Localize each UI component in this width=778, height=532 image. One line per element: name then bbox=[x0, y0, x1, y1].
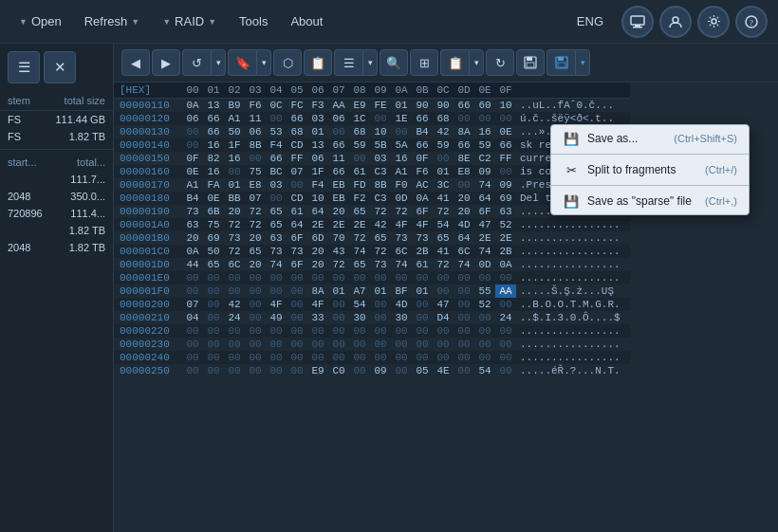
hex-byte-cell[interactable]: 6F bbox=[287, 231, 307, 245]
hex-byte-cell[interactable]: 4F bbox=[266, 298, 287, 311]
hex-byte-cell[interactable]: 00 bbox=[182, 271, 203, 284]
hex-byte-cell[interactable]: 00 bbox=[245, 324, 266, 338]
clipboard-button[interactable]: 📋 bbox=[304, 49, 332, 76]
sidebar-row-3[interactable]: 720896 111.4... bbox=[0, 205, 113, 222]
list-button[interactable]: ☰ bbox=[334, 49, 362, 76]
hex-byte-cell[interactable]: 0A bbox=[182, 245, 203, 258]
sidebar-close-icon[interactable]: ✕ bbox=[44, 51, 76, 83]
hex-byte-cell[interactable]: 00 bbox=[307, 338, 328, 351]
hex-byte-cell[interactable]: 00 bbox=[454, 298, 474, 311]
hex-byte-cell[interactable]: AA bbox=[495, 284, 516, 298]
hex-byte-cell[interactable]: 00 bbox=[370, 298, 391, 311]
hex-byte-cell[interactable]: 03 bbox=[307, 112, 328, 125]
disk-button[interactable] bbox=[516, 49, 545, 76]
hex-byte-cell[interactable]: C3 bbox=[370, 192, 391, 205]
hex-byte-cell[interactable]: A1 bbox=[224, 112, 245, 125]
hex-byte-cell[interactable]: 30 bbox=[349, 311, 370, 324]
hex-byte-cell[interactable]: 4F bbox=[391, 218, 412, 231]
hex-byte-cell[interactable]: F4 bbox=[307, 178, 328, 192]
hex-byte-cell[interactable]: 00 bbox=[433, 271, 454, 284]
hex-byte-cell[interactable]: 01 bbox=[224, 178, 245, 192]
sidebar-list-icon[interactable]: ☰ bbox=[8, 51, 40, 83]
hex-byte-cell[interactable]: 00 bbox=[266, 364, 287, 377]
hex-byte-cell[interactable]: 00 bbox=[203, 364, 224, 377]
table-row[interactable]: 000001100A13B9F60CFCF3AAE9FE019090666010… bbox=[114, 99, 630, 113]
hex-byte-cell[interactable]: BF bbox=[391, 284, 412, 298]
hex-byte-cell[interactable]: 00 bbox=[182, 284, 203, 298]
hex-byte-cell[interactable]: 6C bbox=[391, 245, 412, 258]
hex-byte-cell[interactable]: 07 bbox=[182, 298, 203, 311]
grid-button[interactable]: ⊞ bbox=[410, 49, 438, 76]
hex-byte-cell[interactable]: 72 bbox=[370, 245, 391, 258]
hex-byte-cell[interactable]: 00 bbox=[391, 324, 412, 338]
hex-byte-cell[interactable]: 05 bbox=[412, 364, 433, 377]
hex-byte-cell[interactable]: 1F bbox=[224, 138, 245, 152]
hex-byte-cell[interactable]: 74 bbox=[266, 258, 287, 271]
hex-byte-cell[interactable]: 90 bbox=[433, 99, 454, 113]
hex-byte-cell[interactable]: 00 bbox=[391, 125, 412, 138]
hex-byte-cell[interactable]: 00 bbox=[245, 311, 266, 324]
menu-refresh[interactable]: Refresh ▼ bbox=[73, 9, 151, 34]
hex-byte-cell[interactable]: CD bbox=[287, 192, 307, 205]
hex-byte-cell[interactable]: 42 bbox=[433, 125, 454, 138]
hex-byte-cell[interactable]: 00 bbox=[474, 112, 495, 125]
hex-byte-cell[interactable]: 01 bbox=[391, 99, 412, 113]
search-button[interactable]: 🔍 bbox=[380, 49, 408, 76]
hex-byte-cell[interactable]: 2E bbox=[328, 218, 349, 231]
hex-byte-cell[interactable]: 68 bbox=[433, 112, 454, 125]
hex-byte-cell[interactable]: 65 bbox=[203, 258, 224, 271]
hex-byte-cell[interactable]: 0E bbox=[495, 125, 516, 138]
hex-byte-cell[interactable]: 00 bbox=[454, 112, 474, 125]
hex-byte-cell[interactable]: 00 bbox=[266, 338, 287, 351]
hex-byte-cell[interactable]: 00 bbox=[454, 178, 474, 192]
hex-byte-cell[interactable]: E9 bbox=[349, 99, 370, 113]
hex-byte-cell[interactable]: 00 bbox=[495, 351, 516, 364]
hex-byte-cell[interactable]: 2E bbox=[495, 231, 516, 245]
hex-byte-cell[interactable]: 60 bbox=[474, 99, 495, 113]
hex-byte-cell[interactable]: 54 bbox=[433, 218, 454, 231]
hex-byte-cell[interactable]: 66 bbox=[266, 152, 287, 165]
hex-byte-cell[interactable]: 01 bbox=[307, 125, 328, 138]
hex-byte-cell[interactable]: 00 bbox=[266, 271, 287, 284]
hex-byte-cell[interactable]: 69 bbox=[203, 231, 224, 245]
hex-byte-cell[interactable]: 63 bbox=[266, 231, 287, 245]
sync-button[interactable]: ↻ bbox=[486, 49, 514, 76]
context-save-sparse[interactable]: 💾 Save as "sparse" file (Ctrl+,) bbox=[551, 188, 749, 214]
hex-byte-cell[interactable]: 00 bbox=[495, 324, 516, 338]
hex-byte-cell[interactable]: 20 bbox=[224, 205, 245, 218]
hex-byte-cell[interactable]: 6B bbox=[203, 205, 224, 218]
hex-byte-cell[interactable]: 1E bbox=[391, 112, 412, 125]
hex-byte-cell[interactable]: 00 bbox=[245, 364, 266, 377]
hex-byte-cell[interactable]: 42 bbox=[224, 298, 245, 311]
hex-byte-cell[interactable]: 0E bbox=[182, 165, 203, 178]
hex-byte-cell[interactable]: 0F bbox=[182, 152, 203, 165]
hex-byte-cell[interactable]: CD bbox=[287, 138, 307, 152]
refresh-arrow[interactable]: ▾ bbox=[211, 49, 226, 76]
hex-byte-cell[interactable]: 20 bbox=[182, 231, 203, 245]
hex-byte-cell[interactable]: 00 bbox=[224, 338, 245, 351]
hex-byte-cell[interactable]: 00 bbox=[287, 364, 307, 377]
hex-byte-cell[interactable]: 00 bbox=[391, 338, 412, 351]
table-row[interactable]: 0000024000000000000000000000000000000000… bbox=[114, 351, 630, 364]
hex-byte-cell[interactable]: 2E bbox=[307, 218, 328, 231]
hex-byte-cell[interactable]: 00 bbox=[203, 351, 224, 364]
hex-byte-cell[interactable]: 00 bbox=[495, 271, 516, 284]
sidebar-row-fs1[interactable]: FS 111.44 GB bbox=[0, 111, 113, 128]
hex-byte-cell[interactable]: 00 bbox=[391, 364, 412, 377]
hex-byte-cell[interactable]: 00 bbox=[182, 351, 203, 364]
hex-byte-cell[interactable]: C3 bbox=[370, 165, 391, 178]
hex-byte-cell[interactable]: 47 bbox=[433, 298, 454, 311]
hex-byte-cell[interactable]: 00 bbox=[433, 152, 454, 165]
hex-byte-cell[interactable]: 2B bbox=[495, 245, 516, 258]
hex-byte-cell[interactable]: 11 bbox=[245, 112, 266, 125]
hex-byte-cell[interactable]: 74 bbox=[391, 258, 412, 271]
hex-byte-cell[interactable]: 00 bbox=[474, 351, 495, 364]
hex-byte-cell[interactable]: AC bbox=[412, 178, 433, 192]
hex-byte-cell[interactable]: 00 bbox=[287, 351, 307, 364]
table-row[interactable]: 0000023000000000000000000000000000000000… bbox=[114, 338, 630, 351]
hex-byte-cell[interactable]: 73 bbox=[287, 245, 307, 258]
sidebar-row-4[interactable]: 1.82 TB bbox=[0, 222, 113, 239]
hex-byte-cell[interactable]: 68 bbox=[349, 125, 370, 138]
hex-byte-cell[interactable]: 50 bbox=[203, 245, 224, 258]
hex-byte-cell[interactable]: 66 bbox=[203, 112, 224, 125]
